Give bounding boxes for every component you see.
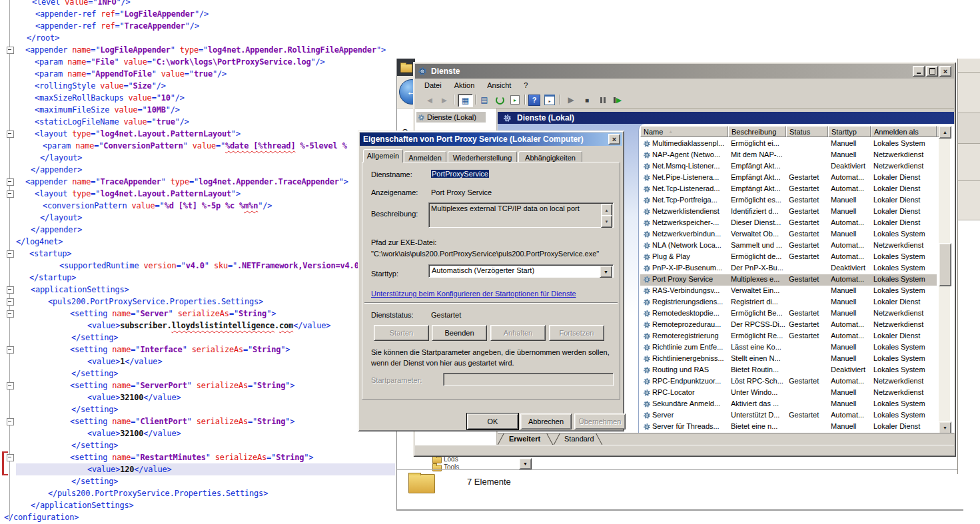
scrollbar-down-icon[interactable]: ▼ <box>939 421 951 433</box>
service-row[interactable]: Server für Threads...Bietet eine n...Man… <box>640 421 937 433</box>
code-line[interactable]: <conversionPattern value="%d [%t] %-5p %… <box>43 200 272 212</box>
forward-icon[interactable]: ► <box>438 94 451 106</box>
code-line[interactable]: </configuration> <box>4 511 79 523</box>
service-row[interactable]: Sekundäre Anmeld...Aktiviert das ...Manu… <box>640 399 937 410</box>
xml-editor[interactable]: <level value="INFO"/><appender-ref ref="… <box>0 0 400 524</box>
extended-view-icon[interactable]: ▸ <box>543 94 556 106</box>
start-service-icon[interactable]: ▶ <box>564 94 578 106</box>
code-line[interactable]: <value>subscriber.lloydslistintelligence… <box>87 320 330 332</box>
service-row[interactable]: NetzwerklistendienstIdentifiziert d...Ge… <box>640 206 937 218</box>
code-line[interactable]: <param name="AppendToFile" value="true"/… <box>35 68 227 80</box>
tab-allgemein[interactable]: Allgemein <box>363 149 403 162</box>
folder-icon[interactable] <box>432 465 442 471</box>
code-line[interactable]: <layout type="log4net.Layout.PatternLayo… <box>35 188 241 200</box>
minimize-button[interactable] <box>913 66 925 77</box>
code-line[interactable]: </appender> <box>31 224 82 236</box>
close-icon[interactable]: × <box>608 134 620 144</box>
pause-service-icon[interactable] <box>596 94 610 106</box>
chevron-down-icon[interactable]: ▼ <box>519 458 532 469</box>
code-line[interactable]: </setting> <box>71 439 118 451</box>
startoptionen-link[interactable]: Unterstützung beim Konfigurieren der Sta… <box>371 290 576 298</box>
scroll-down-icon[interactable]: ▼ <box>601 215 612 228</box>
starten-button[interactable]: Starten <box>374 325 429 341</box>
properties-icon[interactable]: ▤ <box>478 94 491 106</box>
code-line[interactable]: <param name="ConversionPattern" value="%… <box>43 140 347 152</box>
startparameter-input[interactable] <box>443 373 614 386</box>
close-icon[interactable]: × <box>939 66 951 77</box>
service-row[interactable]: Richtlinie zum Entfe...Lässt eine Ko...M… <box>640 342 937 354</box>
beenden-button[interactable]: Beenden <box>432 325 487 341</box>
code-line[interactable]: </setting> <box>71 368 118 380</box>
dienstname-value[interactable]: PortProxyService <box>431 170 489 178</box>
fold-collapse-icon[interactable] <box>7 250 14 258</box>
service-row[interactable]: Net.Msmq-Listener...Empfängt Akt...Deakt… <box>640 161 937 172</box>
code-line[interactable]: </log4net> <box>16 236 63 248</box>
stop-service-icon[interactable]: ■ <box>580 94 594 106</box>
service-row[interactable]: Port Proxy ServiceMultiplexes e...Gestar… <box>640 274 937 286</box>
code-line[interactable]: <appender-ref ref="LogFileAppender"/> <box>35 8 209 20</box>
service-row[interactable]: Netzwerkverbindun...Verwaltet Ob...Gesta… <box>640 229 937 240</box>
folder-icon[interactable] <box>432 457 442 463</box>
code-line[interactable]: <value>32100</value> <box>87 427 181 439</box>
scrollbar-thumb[interactable] <box>939 243 951 286</box>
chevron-down-icon[interactable]: ▼ <box>600 266 612 278</box>
column-header-starttyp[interactable]: Starttyp <box>828 126 871 137</box>
service-row[interactable]: Multimediaklassenpl...Ermöglicht ei...Ma… <box>640 138 937 150</box>
service-row[interactable]: Net.Tcp-Portfreiga...Ermöglicht es...Ges… <box>640 195 937 206</box>
fold-collapse-icon[interactable] <box>7 310 14 318</box>
tree-item-dienste-lokal[interactable]: Dienste (Lokal) <box>416 112 486 123</box>
service-row[interactable]: Registrierungsdiens...Registriert di...M… <box>640 297 937 308</box>
service-row[interactable]: RemoteregistrierungErmöglicht Re...Gesta… <box>640 331 937 342</box>
service-row[interactable]: Remoteprozedurau...Der RPCSS-Di...Gestar… <box>640 320 937 331</box>
column-header-anmeldenals[interactable]: Anmelden als <box>871 126 937 137</box>
services-menubar[interactable]: DateiAktionAnsicht? <box>415 79 954 92</box>
code-line[interactable]: <setting name="RestartMinutes" serialize… <box>70 451 313 463</box>
ok-button[interactable]: OK <box>467 413 518 429</box>
service-row[interactable]: NLA (Network Loca...Sammelt und ...Gesta… <box>640 240 937 252</box>
fold-collapse-icon[interactable] <box>7 418 14 425</box>
apply-button[interactable]: Übernehmen <box>574 413 626 429</box>
tab-abhaengigkeiten[interactable]: Abhängigkeiten <box>518 151 582 162</box>
code-line[interactable]: <appender name="TraceAppender" type="log… <box>25 176 348 188</box>
code-line[interactable]: <appender-ref ref="TraceAppender"/> <box>35 20 199 32</box>
code-line[interactable]: <value>1</value> <box>87 356 162 368</box>
service-row[interactable]: Routing und RASBietet Routin...Deaktivie… <box>640 365 937 376</box>
service-row[interactable]: PnP-X-IP-Busenum...Der PnP-X-Bu...Deakti… <box>640 263 937 274</box>
code-line[interactable]: <puls200.PortProxyService.Properties.Set… <box>48 296 263 308</box>
code-line[interactable]: <setting name="Server" serializeAs="Stri… <box>70 308 276 320</box>
code-line[interactable]: </appender> <box>31 164 82 176</box>
maximize-button[interactable] <box>926 66 938 77</box>
beschreibung-textbox[interactable]: Multiplexes external TCP/IP data on loca… <box>428 202 614 228</box>
column-header-name[interactable]: Name▲ <box>640 126 728 137</box>
fold-collapse-icon[interactable] <box>7 286 14 294</box>
code-line[interactable]: <appender name="LogFileAppender" type="l… <box>25 44 386 56</box>
service-row[interactable]: RAS-Verbindungsv...Verwaltet Ein...Manue… <box>640 286 937 297</box>
code-line[interactable]: </applicationSettings> <box>31 499 134 511</box>
code-line[interactable]: </setting> <box>71 475 118 487</box>
code-line[interactable]: <maxSizeRollBackups value="10"/> <box>35 92 185 104</box>
service-row[interactable]: Plug & PlayErmöglicht de...GestartetAuto… <box>640 252 937 263</box>
fold-collapse-icon[interactable] <box>7 190 14 198</box>
services-window-titlebar[interactable]: Dienste × <box>415 64 954 79</box>
code-line[interactable]: <setting name="ServerPort" serializeAs="… <box>70 380 294 392</box>
code-line[interactable]: </setting> <box>71 403 118 415</box>
cancel-button[interactable]: Abbrechen <box>520 413 572 429</box>
service-row[interactable]: RPC-Endpunktzuor...Löst RPC-Sch...Gestar… <box>640 376 937 388</box>
service-row[interactable]: ServerUnterstützt D...GestartetAutomat..… <box>640 410 937 421</box>
fold-collapse-icon[interactable] <box>7 298 14 306</box>
service-row[interactable]: Remotedesktopdie...Ermöglicht Be...Gesta… <box>640 308 937 320</box>
fold-collapse-icon[interactable] <box>7 454 14 461</box>
scrollbar-up-icon[interactable]: ▲ <box>939 126 951 138</box>
code-line[interactable]: <value>32100</value> <box>87 392 181 403</box>
tab-standard[interactable]: Standard <box>564 435 594 443</box>
export-list-icon[interactable]: ▸ <box>508 94 522 106</box>
code-line[interactable]: <maximumFileSize value="10MB"/> <box>35 104 180 116</box>
code-line[interactable]: </layout> <box>40 152 82 164</box>
starttyp-combobox[interactable]: Automatisch (Verzögerter Start) ▼ <box>428 264 614 278</box>
menu-item-ansicht[interactable]: Ansicht <box>484 80 514 91</box>
code-line[interactable]: </startup> <box>29 272 76 284</box>
back-icon[interactable]: ◄ <box>423 94 436 106</box>
service-row[interactable]: Net.Pipe-Listenera...Empfängt Akt...Gest… <box>640 172 937 184</box>
code-line[interactable]: <applicationSettings> <box>31 284 129 296</box>
service-row[interactable]: NAP-Agent (Netwo...Mit dem NAP-...Manuel… <box>640 150 937 161</box>
